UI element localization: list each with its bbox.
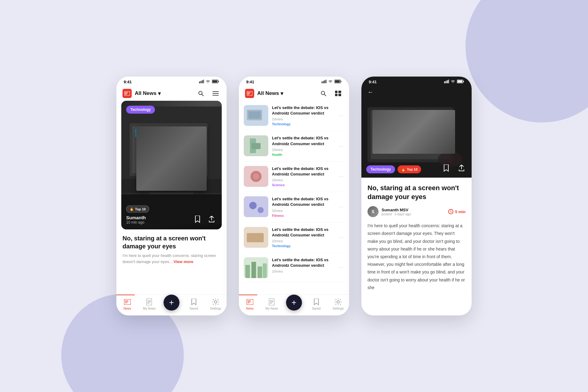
- top10-badge: 🔥 Top 10: [126, 205, 149, 213]
- more-options-6[interactable]: ···: [338, 265, 344, 271]
- svg-rect-38: [324, 80, 325, 83]
- top10-badge-3: 🔥 Top 10: [398, 165, 421, 173]
- saved-icon-2: [313, 298, 320, 306]
- hero-card[interactable]: Technology 🔥 Top 10 Sumanth 10 min ago: [121, 101, 222, 229]
- all-news-label-2: All News: [257, 90, 279, 96]
- settings-icon-2: [334, 298, 342, 306]
- tech-badge-3: Technology: [366, 165, 395, 173]
- author-info: S Sumanth MSV posted · 3 days ago: [368, 206, 411, 217]
- article-hero: Technology 🔥 Top 10: [361, 98, 472, 178]
- view-more-link[interactable]: View more: [174, 259, 194, 264]
- search-button-2[interactable]: [318, 89, 328, 98]
- news-item-2[interactable]: Let's settle the debate: IOS vs Androidz…: [244, 131, 344, 161]
- svg-rect-2: [202, 80, 203, 83]
- add-news-button[interactable]: +: [164, 295, 179, 311]
- app-logo: [123, 89, 132, 98]
- svg-rect-51: [335, 94, 337, 96]
- news-list: Let's settle the debate: IOS vs Androidz…: [239, 101, 349, 294]
- share-button[interactable]: [206, 214, 217, 224]
- nav-news-2[interactable]: News: [242, 298, 258, 310]
- svg-point-61: [253, 173, 259, 179]
- menu-button[interactable]: [211, 89, 221, 98]
- nav-my-news[interactable]: My News: [141, 298, 157, 310]
- app-header-1: All News ▾: [116, 86, 227, 101]
- all-news-label: All News: [135, 90, 156, 96]
- grid-view-button[interactable]: [333, 89, 343, 98]
- back-button[interactable]: ←: [368, 89, 374, 96]
- bookmark-button[interactable]: [192, 214, 203, 224]
- bottom-nav-1: News My News + Saved Settings: [116, 294, 227, 315]
- article-title: No, staring at a screen won't damage you…: [123, 234, 221, 250]
- more-options-2[interactable]: ···: [338, 143, 344, 149]
- svg-rect-58: [251, 143, 261, 149]
- svg-rect-84: [448, 80, 449, 83]
- time-display-2: 9:41: [246, 80, 254, 84]
- status-bar-1: 9:41: [116, 77, 227, 86]
- nav-my-news-2[interactable]: My News: [264, 298, 279, 310]
- phone-1: 9:41 All News ▾: [116, 77, 227, 315]
- svg-rect-90: [371, 110, 450, 159]
- svg-rect-87: [463, 81, 464, 82]
- news-item-1[interactable]: Let's settle the debate: IOS vs Androidz…: [244, 101, 344, 131]
- hero-actions: [192, 214, 217, 224]
- author-avatar: S: [368, 206, 379, 217]
- news-item-6[interactable]: Let's settle the debate: IOS vs Androidz…: [244, 253, 344, 283]
- svg-rect-6: [218, 81, 219, 82]
- category-label-1: Technology: [272, 122, 291, 126]
- news-thumb-1: [244, 105, 268, 126]
- phone1-content: Technology 🔥 Top 10 Sumanth 10 min ago: [116, 101, 227, 294]
- svg-rect-52: [338, 94, 341, 96]
- news-item-3[interactable]: Let's settle the debate: IOS vs Androidz…: [244, 162, 344, 192]
- category-label-3: Science: [272, 183, 285, 187]
- all-news-dropdown[interactable]: All News ▾: [135, 90, 161, 97]
- category-label-2: Health: [272, 153, 282, 156]
- bookmark-button-3[interactable]: [441, 163, 451, 173]
- nav-settings[interactable]: Settings: [208, 298, 223, 310]
- svg-rect-83: [447, 80, 448, 83]
- author-posted: posted · 3 days ago: [382, 212, 411, 216]
- svg-line-99: [451, 212, 452, 213]
- svg-rect-3: [203, 80, 204, 83]
- more-options-3[interactable]: ···: [338, 174, 344, 180]
- signal-icon-2: [322, 80, 326, 84]
- news-item-5[interactable]: Let's settle the debate: IOS vs Androidz…: [244, 223, 344, 253]
- news-thumb-2: [244, 135, 268, 156]
- search-button[interactable]: [196, 89, 206, 98]
- nav-my-news-label-2: My News: [266, 307, 278, 310]
- phone-2: 9:41 All News ▾: [239, 77, 349, 315]
- category-label-4: Fitness: [272, 214, 284, 217]
- app-header-2: All News ▾: [239, 86, 349, 101]
- add-news-button-2[interactable]: +: [286, 295, 302, 311]
- nav-saved[interactable]: Saved: [186, 298, 202, 310]
- more-options-1[interactable]: ···: [338, 113, 344, 119]
- status-icons-2: [322, 80, 342, 84]
- more-options-4[interactable]: ···: [338, 204, 344, 210]
- status-bar-3: 9:41: [361, 77, 472, 86]
- svg-rect-81: [444, 81, 445, 83]
- wifi-icon-3: [450, 80, 455, 84]
- article-excerpt: I'm here to quell your health concerns: …: [123, 253, 221, 265]
- nav-saved-2[interactable]: Saved: [309, 298, 324, 310]
- nav-settings-label: Settings: [210, 307, 221, 310]
- svg-point-35: [214, 301, 217, 303]
- news-thumb-5: [244, 227, 268, 248]
- bottom-nav-2: News My News + Saved Settings: [239, 294, 349, 315]
- share-button-3[interactable]: [456, 163, 467, 173]
- signal-icon: [199, 80, 204, 84]
- news-item-4[interactable]: Let's settle the debate: IOS vs Androidz…: [244, 192, 344, 222]
- nav-settings-2[interactable]: Settings: [330, 298, 346, 310]
- status-icons: [199, 80, 219, 84]
- svg-point-80: [337, 301, 339, 303]
- my-news-icon-2: [268, 298, 275, 306]
- more-options-5[interactable]: ···: [338, 235, 344, 241]
- all-news-dropdown-2[interactable]: All News ▾: [257, 90, 283, 97]
- svg-rect-5: [213, 81, 217, 83]
- nav-news[interactable]: News: [120, 298, 135, 310]
- svg-rect-91: [374, 113, 429, 122]
- battery-icon: [212, 80, 219, 84]
- signal-icon-3: [444, 80, 449, 84]
- svg-rect-86: [458, 81, 462, 83]
- news-thumb-4: [244, 196, 268, 217]
- saved-icon: [190, 298, 198, 306]
- svg-rect-25: [149, 192, 194, 194]
